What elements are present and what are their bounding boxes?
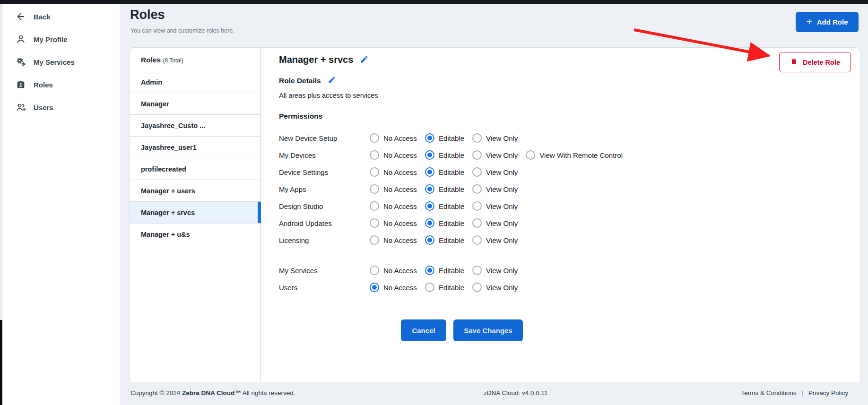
radio-option-label: No Access xyxy=(383,284,417,292)
radio-selected-icon[interactable] xyxy=(425,201,434,211)
radio-unselected-icon[interactable] xyxy=(370,184,379,194)
radio-selected-icon[interactable] xyxy=(425,266,434,275)
permission-row: My DevicesNo AccessEditableView OnlyView… xyxy=(279,146,860,164)
role-list-item[interactable]: Admin xyxy=(130,71,260,93)
radio-selected-icon[interactable] xyxy=(425,133,434,143)
radio-option-editable[interactable]: Editable xyxy=(425,266,464,275)
radio-option-view-only[interactable]: View Only xyxy=(472,167,518,177)
footer: Copyright © 2024 Zebra DNA Cloud™ All ri… xyxy=(120,382,868,405)
services-gears-icon xyxy=(15,56,26,68)
radio-option-label: Editable xyxy=(439,236,464,244)
role-list-item[interactable]: Jayashree_user1 xyxy=(130,137,260,158)
radio-option-no-access[interactable]: No Access xyxy=(370,218,417,228)
radio-option-label: View Only xyxy=(486,134,518,142)
radio-selected-icon[interactable] xyxy=(425,218,434,228)
permission-label: My Devices xyxy=(279,151,370,159)
radio-option-no-access[interactable]: No Access xyxy=(370,184,417,194)
radio-selected-icon[interactable] xyxy=(425,167,434,177)
radio-option-view-only[interactable]: View Only xyxy=(472,150,518,160)
page-title: Roles xyxy=(130,8,165,22)
radio-option-view-only[interactable]: View Only xyxy=(472,235,518,245)
role-list-item[interactable]: Manager + u&s xyxy=(130,224,260,245)
left-scrollbar-thumb[interactable] xyxy=(0,320,2,405)
radio-option-view-only[interactable]: View Only xyxy=(472,201,518,211)
radio-option-view-only[interactable]: View Only xyxy=(472,184,518,194)
radio-unselected-icon[interactable] xyxy=(472,150,482,160)
radio-unselected-icon[interactable] xyxy=(370,266,379,275)
radio-option-no-access[interactable]: No Access xyxy=(370,150,417,160)
privacy-policy-link[interactable]: Privacy Policy xyxy=(808,389,848,396)
radio-option-view-only[interactable]: View Only xyxy=(472,266,518,275)
permission-label: New Device Setup xyxy=(279,134,370,142)
radio-unselected-icon[interactable] xyxy=(472,283,482,292)
terms-and-conditions-link[interactable]: Terms & Conditions xyxy=(741,389,796,396)
radio-option-view-only[interactable]: View Only xyxy=(472,218,518,228)
page-subtitle: You can view and customize roles here. xyxy=(130,27,234,34)
radio-unselected-icon[interactable] xyxy=(472,167,482,177)
permission-label: My Apps xyxy=(279,185,370,193)
add-role-button[interactable]: + Add Role xyxy=(796,12,859,32)
cancel-button[interactable]: Cancel xyxy=(401,319,446,341)
radio-unselected-icon[interactable] xyxy=(472,201,482,211)
sidebar-item-roles[interactable]: Roles xyxy=(2,73,120,96)
radio-unselected-icon[interactable] xyxy=(526,150,535,160)
radio-option-no-access[interactable]: No Access xyxy=(370,235,417,245)
role-list-item-label: Manager + users xyxy=(141,187,195,195)
radio-option-editable[interactable]: Editable xyxy=(425,150,464,160)
radio-unselected-icon[interactable] xyxy=(370,201,379,211)
sidebar-item-back[interactable]: Back xyxy=(2,5,120,28)
permissions-divider xyxy=(279,255,684,255)
radio-selected-icon[interactable] xyxy=(370,283,379,292)
radio-unselected-icon[interactable] xyxy=(472,235,482,245)
role-list-item[interactable]: Jayashree_Custo ... xyxy=(130,115,260,137)
radio-unselected-icon[interactable] xyxy=(370,150,379,160)
radio-option-editable[interactable]: Editable xyxy=(425,184,464,194)
role-list-item[interactable]: Manager + srvcs xyxy=(130,202,260,224)
radio-selected-icon[interactable] xyxy=(425,235,434,245)
radio-option-no-access[interactable]: No Access xyxy=(370,266,417,275)
radio-unselected-icon[interactable] xyxy=(370,218,379,228)
radio-unselected-icon[interactable] xyxy=(472,218,482,228)
permission-label: My Services xyxy=(279,267,370,275)
radio-unselected-icon[interactable] xyxy=(472,266,482,275)
sidebar-item-my-profile[interactable]: My Profile xyxy=(2,28,120,51)
radio-option-no-access[interactable]: No Access xyxy=(370,201,417,211)
plus-icon: + xyxy=(806,17,812,26)
role-list-item[interactable]: Manager xyxy=(130,93,260,115)
radio-option-label: View Only xyxy=(486,267,518,275)
sidebar-item-users[interactable]: Users xyxy=(2,96,120,119)
roles-list-panel: Roles (8 Total) AdminManagerJayashree_Cu… xyxy=(130,48,261,382)
radio-unselected-icon[interactable] xyxy=(370,167,379,177)
radio-option-editable[interactable]: Editable xyxy=(425,167,464,177)
radio-unselected-icon[interactable] xyxy=(472,133,482,143)
save-changes-button[interactable]: Save Changes xyxy=(453,319,523,341)
radio-unselected-icon[interactable] xyxy=(370,235,379,245)
footer-copyright: Copyright © 2024 Zebra DNA Cloud™ All ri… xyxy=(130,389,295,396)
radio-unselected-icon[interactable] xyxy=(425,283,434,292)
role-list-item[interactable]: profilecreated xyxy=(130,158,260,180)
radio-unselected-icon[interactable] xyxy=(370,133,379,143)
sidebar-item-my-services[interactable]: My Services xyxy=(2,51,120,73)
radio-unselected-icon[interactable] xyxy=(472,184,482,194)
radio-option-no-access[interactable]: No Access xyxy=(370,283,417,292)
permission-row: New Device SetupNo AccessEditableView On… xyxy=(279,129,860,146)
radio-option-no-access[interactable]: No Access xyxy=(370,167,417,177)
radio-option-editable[interactable]: Editable xyxy=(425,218,464,228)
radio-option-no-access[interactable]: No Access xyxy=(370,133,417,143)
radio-option-view-only[interactable]: View Only xyxy=(472,133,518,143)
radio-option-label: Editable xyxy=(439,134,464,142)
role-list-item-label: Manager + srvcs xyxy=(141,209,195,216)
radio-option-view-only[interactable]: View Only xyxy=(472,283,518,292)
radio-option-view-with-remote-control[interactable]: View With Remote Control xyxy=(526,150,623,160)
roles-list-title: Roles xyxy=(141,56,161,64)
radio-option-editable[interactable]: Editable xyxy=(425,235,464,245)
radio-selected-icon[interactable] xyxy=(425,184,434,194)
edit-role-name-button[interactable] xyxy=(360,55,369,65)
radio-selected-icon[interactable] xyxy=(425,150,434,160)
edit-role-details-button[interactable] xyxy=(328,76,336,86)
radio-option-editable[interactable]: Editable xyxy=(425,133,464,143)
role-list-item-label: profilecreated xyxy=(141,165,186,173)
radio-option-editable[interactable]: Editable xyxy=(425,283,464,292)
radio-option-editable[interactable]: Editable xyxy=(425,201,464,211)
role-list-item[interactable]: Manager + users xyxy=(130,180,260,202)
